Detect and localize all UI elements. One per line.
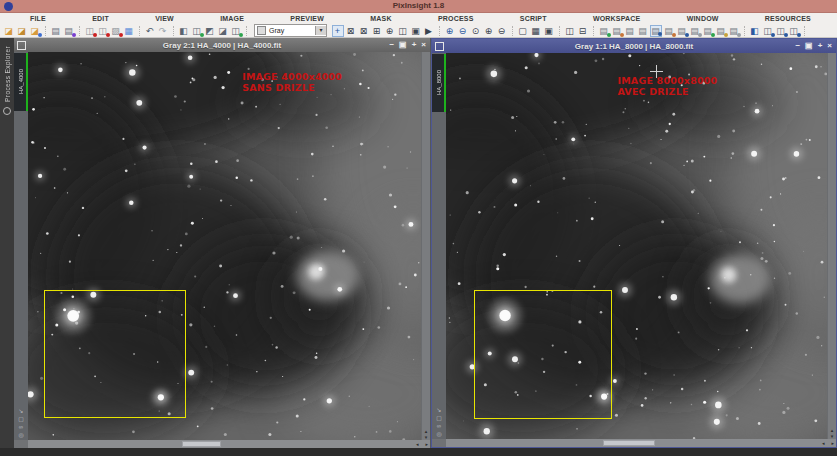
fit-window-icon[interactable]: ⊟: [577, 25, 589, 37]
view-selector-tab-ha4000[interactable]: HA_4000: [14, 53, 28, 111]
close-button[interactable]: ×: [421, 38, 426, 52]
stf-gray-icon[interactable]: ▤: [689, 25, 701, 37]
zoom-out-center-icon[interactable]: ⊖: [496, 25, 508, 37]
maximize-button[interactable]: +: [412, 38, 417, 52]
clone-view-right-icon[interactable]: ◪: [217, 25, 229, 37]
window-menu-icon[interactable]: [17, 41, 26, 50]
stf-edit-icon[interactable]: ▤: [611, 25, 623, 37]
zoom-in-mode-icon[interactable]: ⊠: [345, 25, 357, 37]
vertical-scrollbar[interactable]: ▴ ▾: [827, 53, 836, 439]
drag-preview-icon[interactable]: ▣: [543, 25, 555, 37]
window-titlebar[interactable]: Gray 1:1 HA_8000 | HA_8000.fit − ▣ + ×: [432, 39, 836, 53]
image-canvas-ha4000[interactable]: IMAGE 4000x4000 SANS DRIZLE: [28, 52, 421, 440]
image-canvas-ha8000[interactable]: IMAGE 8000x8000 AVEC DRIZLE: [446, 53, 827, 439]
open-folder-icon[interactable]: ◪: [3, 25, 15, 37]
stf-auto-stretch-icon[interactable]: ◫: [191, 25, 203, 37]
process-explorer-panel-tab[interactable]: Process Explorer: [0, 38, 14, 448]
pan-mode-icon[interactable]: +: [332, 25, 344, 37]
stf-neutral-icon[interactable]: ▤: [728, 25, 740, 37]
hscroll-thumb[interactable]: [603, 440, 655, 446]
pan-image-icon[interactable]: ⊞: [371, 25, 383, 37]
select-arrow-icon[interactable]: ▶: [423, 25, 435, 37]
menu-script[interactable]: SCRIPT: [520, 15, 547, 22]
zoom-out-mode-icon[interactable]: ⊠: [358, 25, 370, 37]
resize-corner-icon[interactable]: ↘: [436, 407, 441, 414]
track-view-icon[interactable]: ◫: [230, 25, 242, 37]
scroll-down-icon[interactable]: ▾: [828, 433, 836, 439]
horizontal-scrollbar[interactable]: ◂ ▸: [14, 440, 430, 448]
format-explorer-panel-icon[interactable]: ◫: [775, 25, 787, 37]
scroll-down-icon[interactable]: ▾: [422, 434, 430, 440]
stf-auto-icon[interactable]: ▤: [650, 25, 662, 37]
close-image-icon[interactable]: ◫: [84, 25, 96, 37]
menu-edit[interactable]: EDIT: [92, 15, 109, 22]
select-preview-icon[interactable]: ▦: [530, 25, 542, 37]
resize-corner-icon[interactable]: ↘: [18, 408, 23, 415]
shade-button[interactable]: ▣: [805, 39, 813, 53]
menu-mask[interactable]: MASK: [370, 15, 391, 22]
view-options-icon[interactable]: ◎: [436, 431, 441, 438]
close-button[interactable]: ×: [827, 39, 832, 53]
fit-view-icon[interactable]: ▢: [436, 415, 442, 422]
center-image-icon[interactable]: ⊕: [384, 25, 396, 37]
menu-workspace[interactable]: WORKSPACE: [593, 15, 641, 22]
stf-yellow-icon[interactable]: ▤: [715, 25, 727, 37]
view-selector-tab-ha8000[interactable]: HA_8000: [432, 54, 446, 112]
close-all-images-icon[interactable]: ◫: [97, 25, 109, 37]
menu-preview[interactable]: PREVIEW: [290, 15, 324, 22]
history-explorer-panel-icon[interactable]: ◫: [788, 25, 800, 37]
fit-view-icon[interactable]: ◧: [178, 25, 190, 37]
vertical-scrollbar[interactable]: ▴ ▾: [421, 52, 430, 440]
scroll-right-icon[interactable]: ▸: [425, 441, 428, 447]
menu-view[interactable]: VIEW: [155, 15, 174, 22]
stf-green-icon[interactable]: ▤: [702, 25, 714, 37]
undo-icon[interactable]: ↶: [144, 25, 156, 37]
shade-button[interactable]: ▣: [399, 38, 407, 52]
preview-region-rect[interactable]: [474, 290, 612, 419]
explorer-panel-icon[interactable]: ◧: [749, 25, 761, 37]
hscroll-thumb[interactable]: [182, 441, 221, 447]
window-titlebar[interactable]: Gray 2:1 HA_4000 | HA_4000.fit − ▣ + ×: [14, 38, 430, 52]
process-console-panel-icon[interactable]: ◫: [762, 25, 774, 37]
clone-view-left-icon[interactable]: ◩: [204, 25, 216, 37]
stf-enable-icon[interactable]: ▤: [598, 25, 610, 37]
open-blue-folder-icon[interactable]: ◪: [29, 25, 41, 37]
link-views-icon[interactable]: ∞: [437, 423, 441, 430]
scroll-left-icon[interactable]: ◂: [822, 440, 825, 446]
select-rectangle-icon[interactable]: ▢: [517, 25, 529, 37]
menu-resources[interactable]: RESOURCES: [765, 15, 811, 22]
maximize-button[interactable]: +: [818, 39, 823, 53]
hscroll-track[interactable]: [28, 440, 414, 448]
save-as-icon[interactable]: ▤: [63, 25, 75, 37]
menu-process[interactable]: PROCESS: [438, 15, 474, 22]
zoom-1-1-icon[interactable]: ⊙: [470, 25, 482, 37]
stf-link-icon[interactable]: ▤: [663, 25, 675, 37]
stf-reset-icon[interactable]: ▤: [624, 25, 636, 37]
image-container-icon[interactable]: ▦: [123, 25, 135, 37]
horizontal-scrollbar[interactable]: ◂ ▸: [432, 439, 836, 447]
zoom-in-icon[interactable]: ⊕: [444, 25, 456, 37]
split-view-icon[interactable]: ◫: [564, 25, 576, 37]
preview-region-rect[interactable]: [44, 290, 186, 418]
menu-image[interactable]: IMAGE: [220, 15, 244, 22]
scroll-right-icon[interactable]: ▸: [831, 440, 834, 446]
window-menu-icon[interactable]: [435, 42, 444, 51]
new-preview-mode-icon[interactable]: ◫: [397, 25, 409, 37]
stf-copy-icon[interactable]: ▤: [637, 25, 649, 37]
link-views-icon[interactable]: ∞: [19, 424, 23, 431]
view-options-icon[interactable]: ◎: [18, 432, 23, 439]
menu-window[interactable]: WINDOW: [687, 15, 719, 22]
hscroll-track[interactable]: [446, 439, 820, 447]
color-space-select[interactable]: Gray▾: [254, 24, 327, 37]
fit-view-icon[interactable]: ▢: [18, 416, 24, 423]
redo-icon[interactable]: ↷: [157, 25, 169, 37]
open-recent-folder-icon[interactable]: ◪: [16, 25, 28, 37]
menu-file[interactable]: FILE: [30, 15, 46, 22]
stf-blue-icon[interactable]: ▤: [676, 25, 688, 37]
iconize-button[interactable]: −: [795, 39, 800, 53]
zoom-in-center-icon[interactable]: ⊕: [483, 25, 495, 37]
scroll-left-icon[interactable]: ◂: [416, 441, 419, 447]
chevron-down-icon[interactable]: ▾: [315, 26, 326, 35]
save-image-icon[interactable]: ▨: [110, 25, 122, 37]
save-icon[interactable]: ▤: [50, 25, 62, 37]
